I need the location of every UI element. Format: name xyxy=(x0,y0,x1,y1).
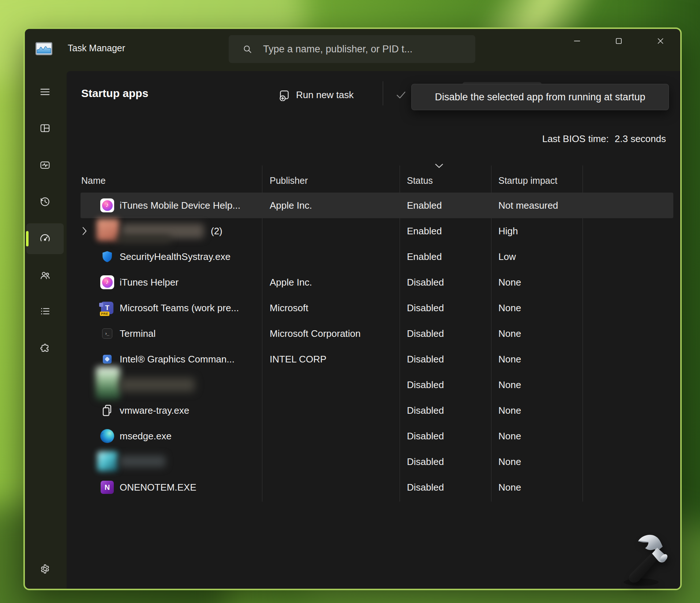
vmware-tray-icon xyxy=(101,404,113,417)
row-status: Enabled xyxy=(407,218,495,244)
row-publisher: INTEL CORP xyxy=(270,346,401,372)
table-row[interactable]: DisabledNone xyxy=(67,372,680,398)
row-app-icon-cell xyxy=(99,449,116,474)
sidebar-item-performance[interactable] xyxy=(26,150,64,180)
expander-spacer xyxy=(82,398,91,423)
expander-spacer xyxy=(82,321,91,346)
row-name-cell: SecurityHealthSystray.exe xyxy=(120,244,270,269)
window-controls xyxy=(568,33,670,49)
users-icon xyxy=(40,270,50,281)
row-publisher xyxy=(270,398,401,423)
sidebar-item-users[interactable] xyxy=(26,260,64,291)
sidebar-item-startup-apps[interactable] xyxy=(26,223,64,254)
row-status: Enabled xyxy=(407,244,495,269)
row-publisher: Apple Inc. xyxy=(270,269,401,295)
table-row[interactable]: ♪iTunes Mobile Device Help...Apple Inc.E… xyxy=(67,193,680,218)
sidebar-item-services[interactable] xyxy=(26,333,64,364)
row-status: Disabled xyxy=(407,295,495,321)
table-row[interactable]: DisabledNone xyxy=(67,449,680,474)
row-name-cell: vmware-tray.exe xyxy=(120,398,270,423)
run-new-task-icon xyxy=(278,89,291,101)
row-status: Disabled xyxy=(407,398,495,423)
row-name-cell: iTunes Mobile Device Help... xyxy=(120,193,270,218)
table-row[interactable]: Intel® Graphics Comman...INTEL CORPDisab… xyxy=(67,346,680,372)
maximize-button[interactable] xyxy=(609,33,628,49)
teams-icon: TPRE xyxy=(101,302,113,314)
row-app-icon-cell xyxy=(99,423,116,449)
row-startup-impact: None xyxy=(498,321,608,346)
table-row[interactable]: msedge.exeDisabledNone xyxy=(67,423,680,449)
row-publisher: Microsoft xyxy=(270,295,401,321)
expander-spacer xyxy=(82,449,91,474)
onenote-icon: N xyxy=(101,481,114,494)
row-name-cell xyxy=(120,372,270,398)
row-name: Microsoft Teams (work pre... xyxy=(120,302,239,314)
row-name-cell: Microsoft Teams (work pre... xyxy=(120,295,270,321)
row-status: Enabled xyxy=(407,193,495,218)
table-row[interactable]: (2)EnabledHigh xyxy=(67,218,680,244)
services-icon xyxy=(40,343,50,354)
row-status: Disabled xyxy=(407,321,495,346)
window-title: Task Manager xyxy=(68,43,125,53)
hamburger-menu-button[interactable] xyxy=(26,77,64,107)
edge-icon xyxy=(100,429,114,443)
row-startup-impact: None xyxy=(498,423,608,449)
expander-spacer xyxy=(82,244,91,269)
search-input[interactable]: Type a name, publisher, or PID t... xyxy=(229,35,475,63)
table-row[interactable]: NONENOTEM.EXEDisabledNone xyxy=(67,474,680,500)
search-icon xyxy=(242,44,253,55)
row-status: Disabled xyxy=(407,269,495,295)
row-app-icon-cell xyxy=(99,244,116,269)
row-name: iTunes Mobile Device Help... xyxy=(120,200,240,211)
row-name-cell: Intel® Graphics Comman... xyxy=(120,346,270,372)
toolbar-separator xyxy=(383,81,383,105)
column-header-startup-impact[interactable]: Startup impact xyxy=(498,175,557,188)
column-header-status[interactable]: Status xyxy=(407,175,433,188)
column-header-name[interactable]: Name xyxy=(81,175,106,188)
run-new-task-button[interactable]: Run new task xyxy=(278,84,354,106)
itunes-icon: ♪ xyxy=(100,198,114,212)
close-button[interactable] xyxy=(651,33,670,49)
row-name: Terminal xyxy=(120,328,156,339)
row-startup-impact: High xyxy=(498,218,608,244)
intel-graphics-icon xyxy=(103,355,112,364)
sidebar-item-details[interactable] xyxy=(26,296,64,327)
table-row[interactable]: ›_TerminalMicrosoft CorporationDisabledN… xyxy=(67,321,680,346)
row-name-cell: ONENOTEM.EXE xyxy=(120,474,270,500)
last-bios-label: Last BIOS time: xyxy=(542,133,609,145)
sort-chevron-icon xyxy=(435,163,443,170)
table-row[interactable]: SecurityHealthSystray.exeEnabledLow xyxy=(67,244,680,269)
row-name: (2) xyxy=(211,226,222,237)
hamburger-menu-icon xyxy=(39,86,51,98)
table-row[interactable]: TPREMicrosoft Teams (work pre...Microsof… xyxy=(67,295,680,321)
expander-spacer xyxy=(82,474,91,500)
sidebar-item-processes[interactable] xyxy=(26,113,64,144)
column-header-publisher[interactable]: Publisher xyxy=(270,175,308,188)
enable-check-icon xyxy=(395,89,407,101)
blurred-app-icon xyxy=(96,367,120,400)
expand-chevron-icon[interactable] xyxy=(82,218,91,244)
row-publisher xyxy=(270,423,401,449)
row-app-icon-cell: TPRE xyxy=(99,295,116,321)
row-app-icon-cell xyxy=(99,218,116,244)
windows-security-shield-icon xyxy=(101,250,114,263)
table-row[interactable]: vmware-tray.exeDisabledNone xyxy=(67,398,680,423)
blurred-app-name xyxy=(120,372,198,398)
row-startup-impact: None xyxy=(498,372,608,398)
minimize-button[interactable] xyxy=(568,33,587,49)
row-name-cell: msedge.exe xyxy=(120,423,270,449)
row-app-icon-cell: N xyxy=(99,474,116,500)
processes-icon xyxy=(40,123,50,134)
row-name: iTunes Helper xyxy=(120,277,179,288)
sidebar-item-app-history[interactable] xyxy=(26,186,64,217)
sidebar-item-settings[interactable] xyxy=(26,554,64,584)
row-app-icon-cell: ›_ xyxy=(99,321,116,346)
row-status: Disabled xyxy=(407,423,495,449)
row-publisher xyxy=(270,474,401,500)
expander-spacer xyxy=(82,372,91,398)
performance-icon xyxy=(40,160,50,171)
table-row[interactable]: ♪iTunes HelperApple Inc.DisabledNone xyxy=(67,269,680,295)
last-bios-value: 2.3 seconds xyxy=(615,133,666,145)
row-name: SecurityHealthSystray.exe xyxy=(120,251,231,263)
row-app-icon-cell xyxy=(99,398,116,423)
